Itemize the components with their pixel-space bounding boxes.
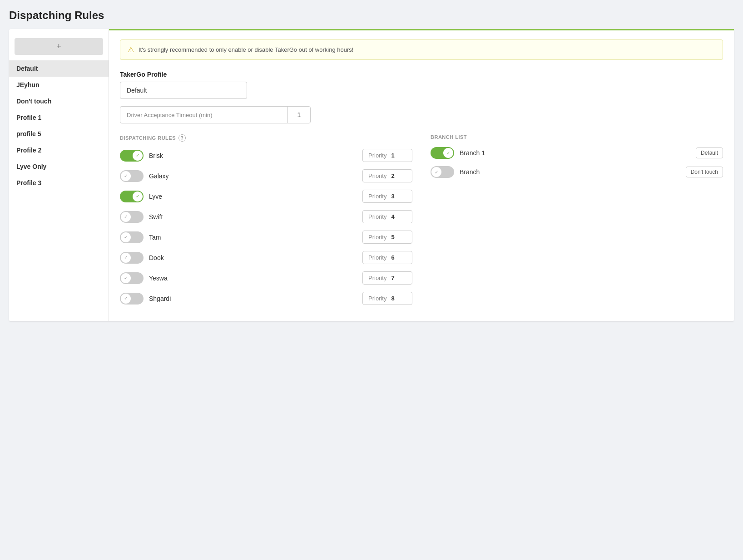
toggle-track[interactable]: ✓ [120,191,144,202]
branch-name: Branch 1 [460,149,690,157]
add-profile-button[interactable]: + [15,38,103,55]
priority-box: Priority7 [362,271,412,285]
rule-row: ✓SwiftPriority4 [120,210,412,223]
toggle-thumb: ✓ [133,151,143,161]
priority-box: Priority6 [362,251,412,264]
page-wrapper: Dispatching Rules + DefaultJEyhunDon't t… [0,0,743,560]
rule-row: ✓TamPriority5 [120,231,412,244]
rule-name: Brisk [149,152,357,159]
branch-row: ✓BranchDon't touch [431,166,723,178]
priority-box: Priority5 [362,231,412,244]
rules-help-icon[interactable]: ? [178,134,186,142]
sidebar-item-default[interactable]: Default [9,60,109,77]
toggle-check-icon: ✓ [124,173,128,178]
toggle-track[interactable]: ✓ [120,231,144,243]
toggle-check-icon: ✓ [136,194,139,199]
rule-row: ✓DookPriority6 [120,251,412,264]
priority-box: Priority3 [362,190,412,203]
rule-row: ✓GalaxyPriority2 [120,169,412,182]
rule-name: Galaxy [149,172,357,180]
priority-number: 1 [391,152,394,159]
toggle-thumb: ✓ [121,212,131,222]
rules-header: DISPATCHING RULES ? [120,134,412,142]
toggle-thumb: ✓ [431,167,441,177]
priority-number: 4 [391,213,394,220]
rule-row: ✓BriskPriority1 [120,149,412,162]
sidebar: + DefaultJEyhunDon't touchProfile 1profi… [9,29,109,321]
rule-name: Lyve [149,193,357,200]
toggle-track[interactable]: ✓ [120,150,144,162]
toggle-check-icon: ✓ [136,153,139,158]
sidebar-item-profile5[interactable]: profile 5 [9,126,109,142]
right-panel: ⚠ It's strongly recommended to only enab… [109,29,734,321]
priority-number: 6 [391,254,394,261]
priority-box: Priority4 [362,210,412,223]
rule-name: Shgardi [149,295,357,302]
rule-row: ✓LyvePriority3 [120,190,412,203]
rule-name: Tam [149,234,357,241]
two-col-layout: DISPATCHING RULES ? ✓BriskPriority1✓Gala… [120,134,723,312]
branches-column: BRANCH LIST ✓Branch 1Default✓BranchDon't… [431,134,723,312]
toggle-thumb: ✓ [121,232,131,242]
warning-banner: ⚠ It's strongly recommended to only enab… [120,39,723,60]
toggle-track[interactable]: ✓ [120,170,144,182]
toggle-thumb: ✓ [121,294,131,304]
priority-number: 7 [391,275,394,281]
timeout-label: Driver Acceptance Timeout (min) [120,107,287,123]
toggle-thumb: ✓ [133,192,143,201]
page-title: Dispatching Rules [9,9,734,22]
toggle-track[interactable]: ✓ [431,147,454,159]
priority-number: 2 [391,172,394,179]
sidebar-item-dont-touch[interactable]: Don't touch [9,93,109,109]
main-content: + DefaultJEyhunDon't touchProfile 1profi… [9,29,734,321]
sidebar-item-lyve-only[interactable]: Lyve Only [9,158,109,175]
toggle-check-icon: ✓ [124,275,128,280]
branches-header: BRANCH LIST [431,134,723,140]
priority-label: Priority [368,152,386,159]
rule-row: ✓YeswaPriority7 [120,271,412,285]
branch-row: ✓Branch 1Default [431,147,723,159]
priority-label: Priority [368,295,386,302]
priority-box: Priority8 [362,292,412,305]
priority-box: Priority2 [362,169,412,182]
sidebar-item-profile2[interactable]: Profile 2 [9,142,109,158]
toggle-thumb: ✓ [121,253,131,263]
warning-text: It's strongly recommended to only enable… [139,46,353,53]
warning-icon: ⚠ [128,45,134,54]
priority-label: Priority [368,234,386,241]
profile-section-label: TakerGo Profile [120,71,723,78]
rule-row: ✓ShgardiPriority8 [120,292,412,305]
priority-label: Priority [368,254,386,261]
rule-name: Yeswa [149,275,357,282]
priority-label: Priority [368,172,386,179]
toggle-check-icon: ✓ [446,151,450,156]
toggle-track[interactable]: ✓ [120,293,144,305]
sidebar-item-profile1[interactable]: Profile 1 [9,109,109,126]
rules-column: DISPATCHING RULES ? ✓BriskPriority1✓Gala… [120,134,412,312]
toggle-check-icon: ✓ [435,170,438,175]
profile-input[interactable] [120,82,247,99]
rule-name: Dook [149,254,357,261]
priority-label: Priority [368,275,386,281]
sidebar-item-profile3[interactable]: Profile 3 [9,175,109,191]
toggle-check-icon: ✓ [124,296,128,301]
toggle-check-icon: ✓ [124,255,128,260]
toggle-check-icon: ✓ [124,214,128,219]
timeout-input-wrapper: Driver Acceptance Timeout (min) 1 [120,106,311,123]
branch-name: Branch [460,168,680,176]
toggle-track[interactable]: ✓ [120,272,144,284]
toggle-track[interactable]: ✓ [120,252,144,264]
rule-name: Swift [149,213,357,221]
sidebar-item-jeyhun[interactable]: JEyhun [9,77,109,93]
priority-label: Priority [368,193,386,200]
branch-tag: Don't touch [686,167,723,177]
toggle-track[interactable]: ✓ [120,211,144,223]
priority-number: 8 [391,295,394,302]
toggle-thumb: ✓ [121,171,131,181]
toggle-check-icon: ✓ [124,235,128,240]
priority-number: 5 [391,234,394,241]
timeout-value: 1 [287,107,310,123]
toggle-track[interactable]: ✓ [431,166,454,178]
toggle-thumb: ✓ [443,148,453,158]
branch-tag: Default [696,147,723,158]
